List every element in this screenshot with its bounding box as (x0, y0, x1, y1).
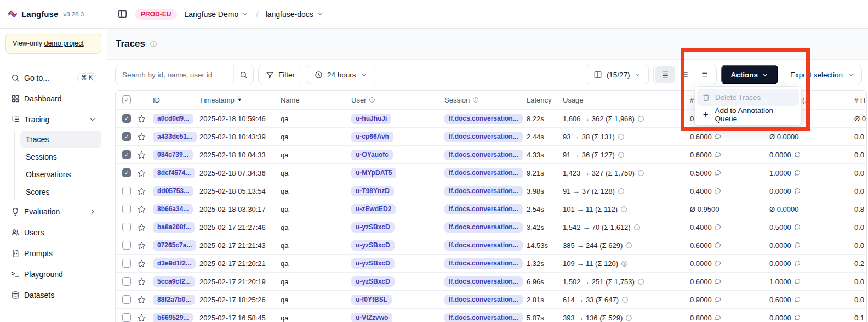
row-checkbox[interactable] (122, 241, 131, 250)
table-row[interactable]: 5cca9cf2...2025-02-17 21:20:19qau-yzSBxc… (116, 272, 866, 290)
user-badge[interactable]: u-yzSBxcD (351, 276, 395, 287)
sidebar-item-playground[interactable]: >_ Playground (5, 264, 101, 284)
trace-id-badge[interactable]: a433de51... (153, 132, 197, 142)
row-checkbox[interactable] (122, 277, 131, 286)
trace-id-badge[interactable]: a0cd0d9... (153, 114, 193, 124)
row-checkbox[interactable] (122, 313, 131, 322)
menu-item-delete-traces[interactable]: Delete Traces (697, 89, 799, 106)
sidebar-item-users[interactable]: Users (5, 223, 101, 242)
column-visibility-button[interactable]: (15/27) (586, 65, 649, 84)
user-badge[interactable]: u-yzSBxcD (351, 240, 395, 251)
time-range-button[interactable]: 24 hours (307, 65, 375, 84)
favorite-star-icon[interactable] (138, 151, 153, 159)
table-row[interactable]: ba8a208f...2025-02-17 21:27:46qau-yzSBxc… (116, 218, 866, 236)
trace-id-badge[interactable]: b669529... (153, 313, 193, 322)
favorite-star-icon[interactable] (138, 241, 153, 250)
favorite-star-icon[interactable] (138, 115, 153, 123)
row-height-small-icon[interactable] (655, 66, 675, 83)
favorite-star-icon[interactable] (138, 205, 153, 213)
session-badge[interactable]: lf.docs.conversation... (444, 150, 523, 160)
session-badge[interactable]: lf.docs.conversation... (444, 295, 523, 305)
favorite-star-icon[interactable] (138, 296, 153, 304)
table-row[interactable]: 8b66a34...2025-02-18 03:30:17qau-zEwdED2… (116, 200, 866, 218)
user-badge[interactable]: u-MYpDAT5 (351, 168, 396, 178)
trace-id-badge[interactable]: 8b66a34... (153, 204, 193, 214)
trace-id-badge[interactable]: 8dcf4574... (153, 168, 195, 178)
sidebar-item-sessions[interactable]: Sessions (20, 148, 101, 166)
sidebar-item-dashboard[interactable]: Dashboard (5, 89, 101, 108)
export-selection-button[interactable]: Export selection (783, 65, 862, 84)
row-checkbox[interactable]: ✓ (122, 114, 131, 123)
sidebar-item-traces[interactable]: Traces (20, 131, 101, 148)
select-all-checkbox[interactable]: ✓ (122, 95, 131, 104)
user-badge[interactable]: u-yzSBxcD (351, 258, 395, 269)
user-badge[interactable]: u-huJhuJi (351, 114, 391, 124)
trace-id-badge[interactable]: 084c739... (153, 150, 193, 160)
user-badge[interactable]: u-cp66Avh (351, 132, 393, 142)
sidebar-toggle-icon[interactable] (117, 9, 128, 19)
row-checkbox[interactable]: ✓ (122, 132, 131, 141)
filter-button[interactable]: Filter (258, 65, 302, 84)
menu-item-add-to-annotation-queue[interactable]: + Add to Annotation Queue (697, 106, 799, 123)
user-badge[interactable]: u-f0YfBSL (351, 295, 392, 305)
table-row[interactable]: 88f2a7b0...2025-02-17 18:25:26qau-f0YfBS… (116, 290, 866, 308)
favorite-star-icon[interactable] (138, 259, 153, 268)
favorite-star-icon[interactable] (138, 187, 153, 195)
favorite-star-icon[interactable] (138, 314, 153, 322)
environment-badge[interactable]: PROD-EU (135, 9, 177, 20)
sidebar-item-goto[interactable]: Go to... ⌘ K (5, 68, 101, 87)
session-badge[interactable]: lf.docs.conversation... (444, 313, 523, 322)
trace-id-badge[interactable]: d3e9d1f2... (153, 258, 196, 269)
column-header-timestamp[interactable]: Timestamp ▼ (199, 96, 281, 104)
trace-id-badge[interactable]: 5cca9cf2... (153, 276, 195, 287)
user-badge[interactable]: u-OYauofc (351, 150, 393, 160)
sidebar-item-observations[interactable]: Observations (20, 166, 101, 183)
table-row[interactable]: b669529...2025-02-17 16:58:45qau-VIZzvwo… (116, 308, 866, 322)
table-row[interactable]: ✓a433de51...2025-02-18 10:43:39qau-cp66A… (116, 127, 866, 145)
session-badge[interactable]: lf.docs.conversation... (444, 114, 523, 124)
session-badge[interactable]: lf.docs.conversation... (444, 276, 523, 287)
session-badge[interactable]: lf.docs.conversation... (444, 168, 523, 178)
favorite-star-icon[interactable] (138, 133, 153, 141)
org-selector[interactable]: Langfuse Demo (184, 10, 249, 19)
demo-project-link[interactable]: demo project (44, 39, 83, 47)
session-badge[interactable]: lf.docs.conversation... (444, 132, 523, 142)
trace-id-badge[interactable]: 07265c7a... (153, 240, 196, 251)
project-selector[interactable]: langfuse-docs (266, 10, 324, 19)
favorite-star-icon[interactable] (138, 169, 153, 177)
table-row[interactable]: dd05753...2025-02-18 05:13:54qau-T98YnzD… (116, 182, 866, 200)
user-badge[interactable]: u-zEwdED2 (351, 204, 396, 214)
sidebar-item-datasets[interactable]: Datasets (5, 285, 101, 304)
session-badge[interactable]: lf.docs.conversation... (444, 240, 523, 251)
table-row[interactable]: ✓8dcf4574...2025-02-18 07:34:36qau-MYpDA… (116, 163, 866, 182)
sidebar-item-evaluation[interactable]: Evaluation (5, 202, 101, 221)
trace-id-badge[interactable]: ba8a208f... (153, 222, 195, 233)
row-height-medium-icon[interactable] (675, 66, 695, 83)
sidebar-item-scores[interactable]: Scores (20, 183, 101, 201)
row-checkbox[interactable]: ✓ (122, 168, 131, 177)
row-checkbox[interactable] (122, 205, 131, 213)
trace-id-badge[interactable]: dd05753... (153, 186, 193, 196)
user-badge[interactable]: u-VIZzvwo (351, 313, 392, 322)
row-checkbox[interactable] (122, 259, 131, 268)
sidebar-item-prompts[interactable]: Prompts (5, 244, 101, 263)
row-checkbox[interactable] (122, 295, 131, 304)
row-checkbox[interactable] (122, 187, 131, 195)
search-input[interactable] (116, 65, 233, 84)
favorite-star-icon[interactable] (138, 223, 153, 231)
session-badge[interactable]: lf.docs.conversation... (444, 204, 523, 214)
row-checkbox[interactable] (122, 223, 131, 231)
session-badge[interactable]: lf.docs.conversation... (444, 186, 523, 196)
actions-button[interactable]: Actions (721, 65, 778, 84)
table-row[interactable]: ✓084c739...2025-02-18 10:04:33qau-OYauof… (116, 145, 866, 163)
trace-id-badge[interactable]: 88f2a7b0... (153, 295, 195, 305)
session-badge[interactable]: lf.docs.conversation... (444, 258, 523, 269)
row-checkbox[interactable]: ✓ (122, 150, 131, 159)
table-row[interactable]: d3e9d1f2...2025-02-17 21:20:21qau-yzSBxc… (116, 254, 866, 272)
favorite-star-icon[interactable] (138, 278, 153, 286)
user-badge[interactable]: u-yzSBxcD (351, 222, 395, 233)
sidebar-item-tracing[interactable]: Tracing (5, 110, 101, 129)
session-badge[interactable]: lf.docs.conversation... (444, 222, 523, 233)
search-icon[interactable] (233, 65, 253, 84)
row-height-large-icon[interactable] (695, 66, 715, 83)
